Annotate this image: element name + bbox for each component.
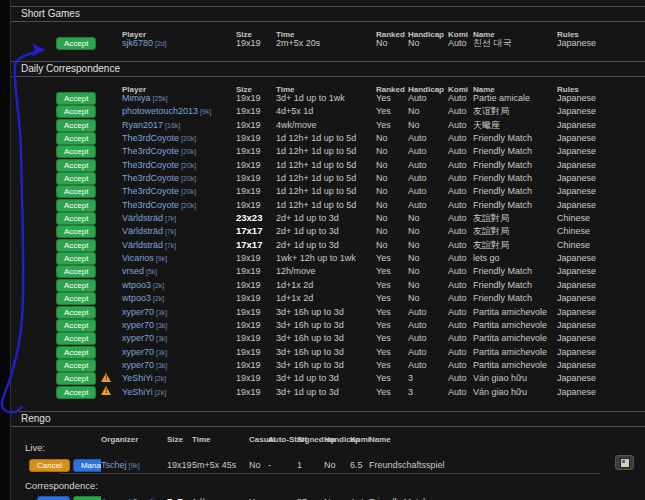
rules-value: Japanese [557,38,596,48]
player-rank: [2k] [155,389,166,396]
column-header-time: Time [192,435,211,444]
accept-button[interactable]: Accept [56,386,96,399]
organizer-link[interactable]: Tschej [101,460,127,470]
ranked-value: Yes [376,387,391,397]
casual-value: No [249,460,261,470]
rengo-table-header: OrganizerSizeTimeCasualAuto-StartSigned … [11,428,645,439]
board-size: 19x19 [236,387,261,397]
board-preview-button[interactable] [615,455,634,470]
komi-value: Auto [448,38,467,48]
rengo-live-rows: CancelManageTschej[9k]19x195m+5x 45sNo-1… [11,456,645,469]
challenge-row: Acceptsjk6780[2d]19x192m+5x 20sNoNoAuto친… [11,34,645,47]
section-short-games: Short Games PlayerSizeTimeRankedHandicap… [11,6,645,61]
rengo-row: CancelManageTschej[9k]19x195m+5x 45sNo-1… [11,456,645,469]
handicap-value: 3 [408,387,413,397]
section-rengo: Rengo OrganizerSizeTimeCasualAuto-StartS… [11,411,645,500]
short-games-table: PlayerSizeTimeRankedHandicapKomiNameRule… [11,23,645,47]
komi-value: Auto [448,387,467,397]
cancel-button[interactable]: Cancel [29,459,70,472]
handicap-value: No [408,38,420,48]
goban-icon [620,458,630,468]
time-control: 3d+ 1d up to 3d [276,387,339,397]
rengo-header-row: OrganizerSizeTimeCasualAuto-StartSigned … [11,428,645,439]
warning-icon [101,386,111,395]
game-name: 친선 대국 [473,38,512,48]
manage-button[interactable]: Manage [73,459,101,472]
auto-start-value: - [268,460,271,470]
board-size: 19x19 [167,460,192,470]
game-name: Freundschaftsspiel [369,460,445,470]
rengo-correspondence-rows: ViewJoinArrow A6 anti-[29k]7x71d/moveYes… [11,494,645,500]
player-link[interactable]: YeShiYi [122,387,153,397]
board-size: 19x19 [236,38,261,48]
player-rank: [9k] [129,462,140,469]
section-daily-correspondence: Daily Correspondence PlayerSizeTimeRanke… [11,61,645,411]
accept-button[interactable]: Accept [56,37,96,50]
board-size: 7x7 [167,496,183,500]
rengo-divider [59,473,600,474]
view-button[interactable]: View [37,496,70,500]
handicap-value: No [324,460,336,470]
challenge-row: AcceptYeShiYi[2k]19x193d+ 1d up to 3dYes… [11,383,645,396]
game-name: Ván giao hữu [473,387,527,397]
column-header-organizer: Organizer [101,435,138,444]
komi-value: 6.5 [350,460,363,470]
join-button[interactable]: Join [73,496,101,500]
time-control: 2m+5x 20s [276,38,320,48]
rules-value: Japanese [557,387,596,397]
column-header-name: Name [369,435,391,444]
daily-correspondence-table: PlayerSizeTimeRankedHandicapKomiNameRule… [11,78,645,396]
player-rank: [2d] [155,40,167,47]
player-link[interactable]: sjk6780 [122,38,153,48]
rengo-title: Rengo [11,411,645,427]
ranked-value: No [376,38,388,48]
daily-correspondence-title: Daily Correspondence [11,61,645,77]
column-header-komi: Komi [350,435,370,444]
short-games-title: Short Games [11,6,645,22]
signed-up-value: 1 [297,460,302,470]
time-control: 5m+5x 45s [192,460,236,470]
rengo-row: ViewJoinArrow A6 anti-[29k]7x71d/moveYes… [11,494,645,500]
game-lists-page: Short Games PlayerSizeTimeRankedHandicap… [10,0,645,500]
column-header-size: Size [167,435,183,444]
warning-icon [101,373,111,382]
